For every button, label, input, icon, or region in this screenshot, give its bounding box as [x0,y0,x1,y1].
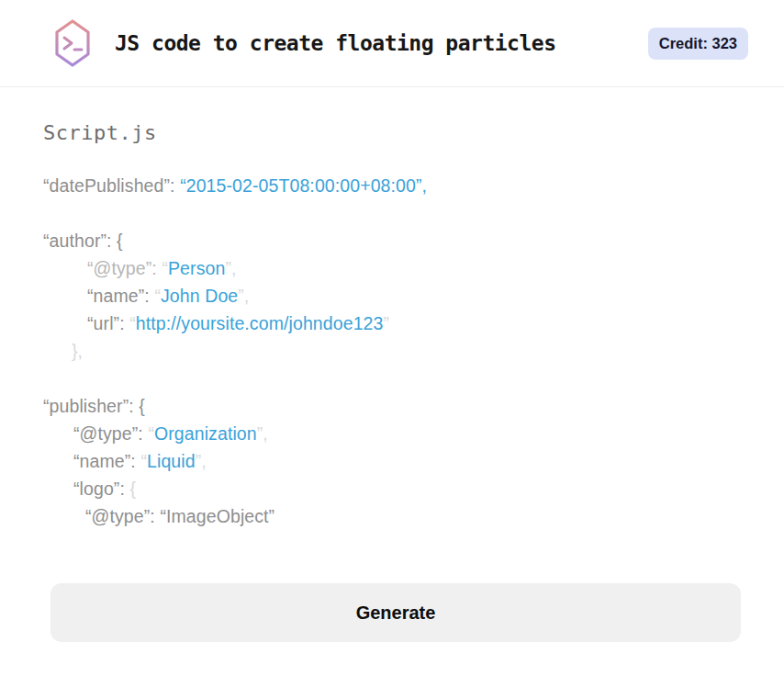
code-token: { [130,479,137,499]
code-line [43,199,784,227]
credit-badge: Credit: 323 [648,28,748,60]
code-token: “@type”: [73,423,148,444]
code-token: ”, [196,451,207,471]
code-line: “datePublished”: “2015-02-05T08:00:00+08… [43,172,784,199]
code-token: “ [148,423,154,444]
code-token: “url”: [87,313,129,333]
code-token: “2015-02-05T08:00:00+08:00”, [180,175,427,196]
code-token: Person [168,258,225,278]
code-token: }, [72,341,83,361]
code-token: “ [140,451,147,471]
code-line: “@type”: “Person”, [43,254,784,282]
code-line: }, [43,337,784,365]
code-token: “datePublished”: [43,175,180,196]
main-content: Script.js “datePublished”: “2015-02-05T0… [0,87,784,642]
code-block: “datePublished”: “2015-02-05T08:00:00+08… [43,172,784,530]
code-token: “@type”: [87,258,162,278]
code-token: “ [129,313,136,333]
code-token: John Doe [161,286,238,306]
filename-heading: Script.js [43,121,784,144]
code-token: “author”: { [43,231,123,251]
code-token: “publisher”: { [43,396,145,416]
code-token: “name”: [73,451,140,471]
code-token: Organization [154,423,257,444]
code-line: “name”: “Liquid”, [43,447,784,475]
code-line: “url”: “http://yoursite.com/johndoe123” [43,310,784,337]
code-token: ”, [257,423,268,444]
code-line: “@type”: “Organization”, [43,420,784,447]
code-token: ”, [238,286,249,306]
code-token: ” [383,313,389,333]
code-line [43,365,784,392]
code-line: “logo”: { [43,475,784,502]
code-token: “name”: [87,286,154,306]
code-line: “publisher”: { [43,392,784,420]
code-line: “name”: “John Doe”, [43,282,784,310]
code-line: “@type”: “ImageObject” [43,502,784,530]
code-token: “@type”: “ImageObject” [85,506,274,526]
code-token: Liquid [147,451,196,471]
code-token: ”, [225,258,236,278]
page-title: JS code to create floating particles [115,31,556,55]
code-token: “logo”: [73,479,130,499]
code-token: “ [162,258,168,278]
generate-button[interactable]: Generate [50,583,741,642]
terminal-prompt-hexagon-icon [50,17,95,70]
code-line: “author”: { [43,227,784,254]
header: JS code to create floating particles Cre… [0,0,784,87]
code-token: http://yoursite.com/johndoe123 [136,313,384,333]
code-token: “ [154,286,161,306]
